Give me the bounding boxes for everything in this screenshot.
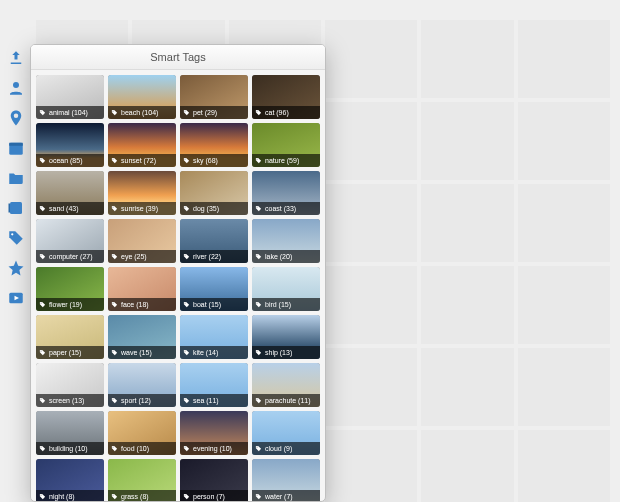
tag-icon [39,445,46,452]
tag-caption: beach (104) [108,106,176,119]
tag-label: eye (25) [121,250,147,263]
tag-cat[interactable]: cat (96) [252,75,320,119]
tag-caption: sea (11) [180,394,248,407]
tag-beach[interactable]: beach (104) [108,75,176,119]
tag-ship[interactable]: ship (13) [252,315,320,359]
tag-caption: computer (27) [36,250,104,263]
tag-caption: river (22) [180,250,248,263]
sidebar-rail [6,48,28,308]
tag-sky[interactable]: sky (68) [180,123,248,167]
tag-caption: sand (43) [36,202,104,215]
tag-paper[interactable]: paper (15) [36,315,104,359]
svg-point-27 [40,350,41,351]
tag-sunset[interactable]: sunset (72) [108,123,176,167]
tag-label: evening (10) [193,442,232,455]
tag-icon [39,205,46,212]
places-icon[interactable] [6,108,26,128]
favorites-icon[interactable] [6,258,26,278]
import-icon[interactable] [6,48,26,68]
tag-river[interactable]: river (22) [180,219,248,263]
tag-building[interactable]: building (10) [36,411,104,455]
svg-point-18 [256,206,257,207]
folder-icon[interactable] [6,168,26,188]
smart-tags-panel: Smart Tags animal (104)beach (104)pet (2… [30,44,326,502]
tag-wave[interactable]: wave (15) [108,315,176,359]
tag-food[interactable]: food (10) [108,411,176,455]
tag-caption: wave (15) [108,346,176,359]
tag-caption: sky (68) [180,154,248,167]
svg-point-11 [40,158,41,159]
tag-label: building (10) [49,442,88,455]
tag-nature[interactable]: nature (59) [252,123,320,167]
tag-lake[interactable]: lake (20) [252,219,320,263]
tag-kite[interactable]: kite (14) [180,315,248,359]
tag-label: boat (15) [193,298,221,311]
svg-point-36 [112,446,113,447]
tag-label: computer (27) [49,250,93,263]
tag-bird[interactable]: bird (15) [252,267,320,311]
svg-point-33 [184,398,185,399]
tag-icon [255,205,262,212]
tag-pet[interactable]: pet (29) [180,75,248,119]
tag-boat[interactable]: boat (15) [180,267,248,311]
tag-label: flower (19) [49,298,82,311]
tag-sea[interactable]: sea (11) [180,363,248,407]
tag-icon [183,253,190,260]
tag-cloud[interactable]: cloud (9) [252,411,320,455]
tag-face[interactable]: face (18) [108,267,176,311]
tag-label: beach (104) [121,106,158,119]
tag-icon [255,397,262,404]
tag-icon [39,493,46,500]
tag-caption: lake (20) [252,250,320,263]
tag-night[interactable]: night (8) [36,459,104,501]
tag-flower[interactable]: flower (19) [36,267,104,311]
svg-point-25 [184,302,185,303]
tag-caption: nature (59) [252,154,320,167]
tag-label: dog (35) [193,202,219,215]
tag-screen[interactable]: screen (13) [36,363,104,407]
tag-sport[interactable]: sport (12) [108,363,176,407]
tag-eye[interactable]: eye (25) [108,219,176,263]
tag-icon [111,253,118,260]
people-icon[interactable] [6,78,26,98]
media-icon[interactable] [6,288,26,308]
tag-sand[interactable]: sand (43) [36,171,104,215]
tag-label: wave (15) [121,346,152,359]
tag-label: sand (43) [49,202,79,215]
tag-caption: eye (25) [108,250,176,263]
tag-icon [183,205,190,212]
tag-person[interactable]: person (7) [180,459,248,501]
tag-water[interactable]: water (7) [252,459,320,501]
smart-tags-grid: animal (104)beach (104)pet (29)cat (96)o… [31,70,325,501]
tag-animal[interactable]: animal (104) [36,75,104,119]
tag-icon [183,493,190,500]
tag-icon [39,109,46,116]
tags-icon[interactable] [6,228,26,248]
tag-label: nature (59) [265,154,299,167]
calendar-icon[interactable] [6,138,26,158]
tag-parachute[interactable]: parachute (11) [252,363,320,407]
svg-point-31 [40,398,41,399]
tag-grass[interactable]: grass (8) [108,459,176,501]
svg-point-17 [184,206,185,207]
tag-label: water (7) [265,490,293,501]
tag-sunrise[interactable]: sunrise (39) [108,171,176,215]
tag-caption: building (10) [36,442,104,455]
svg-point-12 [112,158,113,159]
tag-caption: face (18) [108,298,176,311]
tag-caption: paper (15) [36,346,104,359]
svg-point-35 [40,446,41,447]
tag-ocean[interactable]: ocean (85) [36,123,104,167]
svg-point-5 [11,233,13,235]
tag-computer[interactable]: computer (27) [36,219,104,263]
tag-label: sunset (72) [121,154,156,167]
tag-coast[interactable]: coast (33) [252,171,320,215]
tag-evening[interactable]: evening (10) [180,411,248,455]
tag-label: face (18) [121,298,149,311]
albums-icon[interactable] [6,198,26,218]
svg-point-0 [13,82,19,88]
tag-caption: boat (15) [180,298,248,311]
tag-icon [39,349,46,356]
svg-point-23 [40,302,41,303]
tag-dog[interactable]: dog (35) [180,171,248,215]
